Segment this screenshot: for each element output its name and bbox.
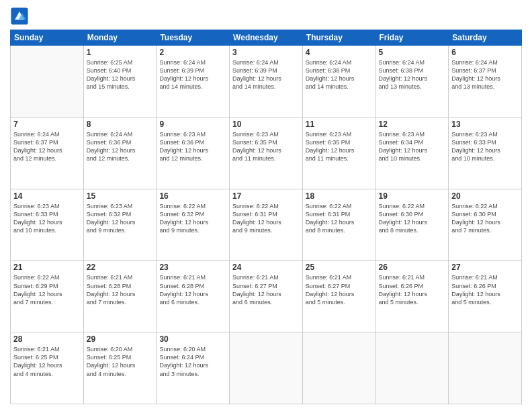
calendar-cell: 15Sunrise: 6:23 AM Sunset: 6:32 PM Dayli…	[83, 189, 157, 261]
calendar-cell	[449, 332, 522, 404]
day-number: 17	[232, 191, 300, 201]
cell-content: Sunrise: 6:20 AM Sunset: 6:25 PM Dayligh…	[87, 345, 154, 378]
calendar-cell: 14Sunrise: 6:23 AM Sunset: 6:33 PM Dayli…	[11, 189, 84, 261]
calendar-cell: 21Sunrise: 6:22 AM Sunset: 6:29 PM Dayli…	[11, 261, 84, 332]
day-number: 21	[13, 263, 81, 272]
cell-content: Sunrise: 6:21 AM Sunset: 6:26 PM Dayligh…	[379, 273, 446, 306]
day-number: 30	[159, 334, 226, 344]
day-number: 13	[451, 120, 519, 129]
day-number: 3	[232, 48, 300, 57]
cell-content: Sunrise: 6:23 AM Sunset: 6:32 PM Dayligh…	[87, 202, 154, 235]
day-number: 25	[306, 263, 373, 272]
calendar-cell: 30Sunrise: 6:20 AM Sunset: 6:24 PM Dayli…	[157, 332, 230, 404]
calendar-table: SundayMondayTuesdayWednesdayThursdayFrid…	[10, 30, 522, 404]
logo	[10, 7, 30, 26]
weekday-header-row: SundayMondayTuesdayWednesdayThursdayFrid…	[11, 30, 522, 46]
day-number: 22	[87, 263, 154, 272]
day-number: 20	[451, 191, 519, 201]
calendar-week-row: 28Sunrise: 6:21 AM Sunset: 6:25 PM Dayli…	[11, 332, 522, 404]
cell-content: Sunrise: 6:20 AM Sunset: 6:24 PM Dayligh…	[159, 345, 226, 378]
weekday-header-cell: Tuesday	[157, 30, 230, 46]
page: SundayMondayTuesdayWednesdayThursdayFrid…	[0, 0, 532, 411]
cell-content: Sunrise: 6:21 AM Sunset: 6:26 PM Dayligh…	[451, 273, 519, 306]
day-number: 9	[159, 120, 226, 129]
cell-content: Sunrise: 6:24 AM Sunset: 6:39 PM Dayligh…	[232, 58, 300, 91]
calendar-week-row: 21Sunrise: 6:22 AM Sunset: 6:29 PM Dayli…	[11, 261, 522, 332]
calendar-cell	[11, 46, 84, 118]
calendar-week-row: 14Sunrise: 6:23 AM Sunset: 6:33 PM Dayli…	[11, 189, 522, 261]
calendar-week-row: 7Sunrise: 6:24 AM Sunset: 6:37 PM Daylig…	[11, 117, 522, 189]
calendar-cell: 25Sunrise: 6:21 AM Sunset: 6:27 PM Dayli…	[302, 261, 375, 332]
calendar-cell: 7Sunrise: 6:24 AM Sunset: 6:37 PM Daylig…	[11, 117, 84, 189]
calendar-cell: 17Sunrise: 6:22 AM Sunset: 6:31 PM Dayli…	[230, 189, 303, 261]
cell-content: Sunrise: 6:23 AM Sunset: 6:34 PM Dayligh…	[379, 130, 446, 163]
weekday-header-cell: Thursday	[302, 30, 375, 46]
cell-content: Sunrise: 6:25 AM Sunset: 6:40 PM Dayligh…	[87, 58, 154, 91]
day-number: 27	[451, 263, 519, 272]
cell-content: Sunrise: 6:21 AM Sunset: 6:27 PM Dayligh…	[232, 273, 300, 306]
cell-content: Sunrise: 6:21 AM Sunset: 6:27 PM Dayligh…	[306, 273, 373, 306]
cell-content: Sunrise: 6:24 AM Sunset: 6:39 PM Dayligh…	[159, 58, 226, 91]
calendar-cell: 18Sunrise: 6:22 AM Sunset: 6:31 PM Dayli…	[302, 189, 375, 261]
calendar-cell: 22Sunrise: 6:21 AM Sunset: 6:28 PM Dayli…	[83, 261, 157, 332]
cell-content: Sunrise: 6:21 AM Sunset: 6:28 PM Dayligh…	[87, 273, 154, 306]
calendar-cell: 16Sunrise: 6:22 AM Sunset: 6:32 PM Dayli…	[157, 189, 230, 261]
day-number: 6	[451, 48, 519, 57]
day-number: 7	[13, 120, 81, 129]
calendar-cell: 28Sunrise: 6:21 AM Sunset: 6:25 PM Dayli…	[11, 332, 84, 404]
calendar-cell: 24Sunrise: 6:21 AM Sunset: 6:27 PM Dayli…	[230, 261, 303, 332]
calendar-cell: 4Sunrise: 6:24 AM Sunset: 6:38 PM Daylig…	[302, 46, 375, 118]
day-number: 19	[379, 191, 446, 201]
calendar-cell: 9Sunrise: 6:23 AM Sunset: 6:36 PM Daylig…	[157, 117, 230, 189]
calendar-cell: 23Sunrise: 6:21 AM Sunset: 6:28 PM Dayli…	[157, 261, 230, 332]
cell-content: Sunrise: 6:21 AM Sunset: 6:28 PM Dayligh…	[159, 273, 226, 306]
calendar-cell	[375, 332, 449, 404]
calendar-cell: 10Sunrise: 6:23 AM Sunset: 6:35 PM Dayli…	[230, 117, 303, 189]
day-number: 14	[13, 191, 81, 201]
cell-content: Sunrise: 6:22 AM Sunset: 6:29 PM Dayligh…	[13, 273, 81, 306]
day-number: 2	[159, 48, 226, 57]
day-number: 18	[306, 191, 373, 201]
calendar-cell: 26Sunrise: 6:21 AM Sunset: 6:26 PM Dayli…	[375, 261, 449, 332]
day-number: 12	[379, 120, 446, 129]
cell-content: Sunrise: 6:21 AM Sunset: 6:25 PM Dayligh…	[13, 345, 81, 378]
calendar-body: 1Sunrise: 6:25 AM Sunset: 6:40 PM Daylig…	[11, 46, 522, 404]
logo-icon	[10, 7, 29, 26]
day-number: 4	[306, 48, 373, 57]
weekday-header-cell: Sunday	[11, 30, 84, 46]
weekday-header-cell: Monday	[83, 30, 157, 46]
header	[10, 7, 522, 26]
day-number: 1	[87, 48, 154, 57]
day-number: 15	[87, 191, 154, 201]
day-number: 23	[159, 263, 226, 272]
cell-content: Sunrise: 6:23 AM Sunset: 6:33 PM Dayligh…	[13, 202, 81, 235]
calendar-cell: 19Sunrise: 6:22 AM Sunset: 6:30 PM Dayli…	[375, 189, 449, 261]
day-number: 16	[159, 191, 226, 201]
calendar-cell: 29Sunrise: 6:20 AM Sunset: 6:25 PM Dayli…	[83, 332, 157, 404]
weekday-header-cell: Friday	[375, 30, 449, 46]
calendar-cell: 5Sunrise: 6:24 AM Sunset: 6:38 PM Daylig…	[375, 46, 449, 118]
day-number: 28	[13, 334, 81, 344]
cell-content: Sunrise: 6:24 AM Sunset: 6:38 PM Dayligh…	[379, 58, 446, 91]
cell-content: Sunrise: 6:23 AM Sunset: 6:35 PM Dayligh…	[232, 130, 300, 163]
day-number: 26	[379, 263, 446, 272]
cell-content: Sunrise: 6:22 AM Sunset: 6:30 PM Dayligh…	[451, 202, 519, 235]
calendar-cell: 2Sunrise: 6:24 AM Sunset: 6:39 PM Daylig…	[157, 46, 230, 118]
calendar-cell: 13Sunrise: 6:23 AM Sunset: 6:33 PM Dayli…	[449, 117, 522, 189]
cell-content: Sunrise: 6:22 AM Sunset: 6:30 PM Dayligh…	[379, 202, 446, 235]
cell-content: Sunrise: 6:22 AM Sunset: 6:31 PM Dayligh…	[232, 202, 300, 235]
calendar-week-row: 1Sunrise: 6:25 AM Sunset: 6:40 PM Daylig…	[11, 46, 522, 118]
weekday-header-cell: Saturday	[449, 30, 522, 46]
calendar-cell: 11Sunrise: 6:23 AM Sunset: 6:35 PM Dayli…	[302, 117, 375, 189]
cell-content: Sunrise: 6:22 AM Sunset: 6:31 PM Dayligh…	[306, 202, 373, 235]
cell-content: Sunrise: 6:24 AM Sunset: 6:38 PM Dayligh…	[306, 58, 373, 91]
day-number: 11	[306, 120, 373, 129]
cell-content: Sunrise: 6:24 AM Sunset: 6:36 PM Dayligh…	[87, 130, 154, 163]
day-number: 5	[379, 48, 446, 57]
cell-content: Sunrise: 6:23 AM Sunset: 6:33 PM Dayligh…	[451, 130, 519, 163]
calendar-cell: 12Sunrise: 6:23 AM Sunset: 6:34 PM Dayli…	[375, 117, 449, 189]
cell-content: Sunrise: 6:24 AM Sunset: 6:37 PM Dayligh…	[13, 130, 81, 163]
calendar-cell: 8Sunrise: 6:24 AM Sunset: 6:36 PM Daylig…	[83, 117, 157, 189]
day-number: 10	[232, 120, 300, 129]
calendar-cell: 1Sunrise: 6:25 AM Sunset: 6:40 PM Daylig…	[83, 46, 157, 118]
